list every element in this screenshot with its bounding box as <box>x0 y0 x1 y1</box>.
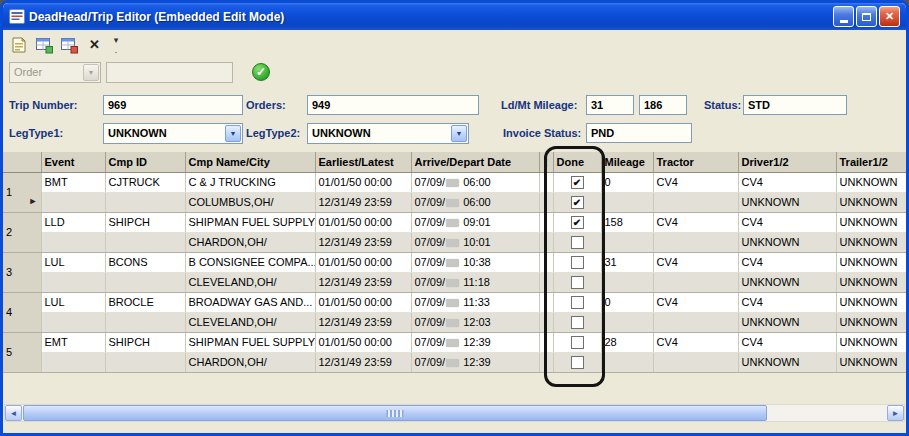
cell-depart-date[interactable]: 07/09/ 06:00 <box>411 192 539 212</box>
column-header-earliest-latest[interactable]: Earliest/Latest <box>315 152 411 172</box>
cell-cmp-id[interactable]: BROCLE <box>105 292 185 312</box>
delete-button[interactable]: ✕ <box>83 33 106 56</box>
scrollbar-thumb[interactable] <box>23 405 767 421</box>
done-checkbox[interactable] <box>571 356 584 369</box>
cell-trailer2[interactable]: UNKNOWN <box>836 352 906 372</box>
cell-arrive-date[interactable]: 07/09/ 10:38 <box>411 252 539 272</box>
cell-cmp-id-blank[interactable] <box>105 272 185 292</box>
cell-cmp-id[interactable]: SHIPCH <box>105 212 185 232</box>
column-header-row-selector[interactable] <box>3 152 41 172</box>
column-header-arrive-depart-date[interactable]: Arrive/Depart Date <box>411 152 539 172</box>
column-header--[interactable]: ! <box>539 152 553 172</box>
cell-trailer1[interactable]: UNKNOWN <box>836 212 906 232</box>
cell-driver1[interactable]: CV4 <box>738 252 836 272</box>
chevron-down-icon[interactable]: ▼ <box>225 125 241 142</box>
cell-tractor[interactable]: CV4 <box>653 332 738 352</box>
cell-flag[interactable] <box>539 292 553 312</box>
cell-trailer1[interactable]: UNKNOWN <box>836 252 906 272</box>
cell-cmp-city[interactable]: CHARDON,OH/ <box>185 232 315 252</box>
cell-mileage-blank[interactable] <box>601 232 653 252</box>
cell-mileage[interactable]: 31 <box>601 252 653 272</box>
row-header-4[interactable]: 4 <box>3 292 41 332</box>
cell-done-arrive[interactable]: ✔ <box>553 172 601 192</box>
row-header-2[interactable]: 2 <box>3 212 41 252</box>
titlebar[interactable]: DeadHead/Trip Editor (Embedded Edit Mode… <box>3 3 906 30</box>
cell-tractor[interactable]: CV4 <box>653 212 738 232</box>
column-header-trailer1-2[interactable]: Trailer1/2 <box>836 152 906 172</box>
cell-flag-blank[interactable] <box>539 352 553 372</box>
cell-cmp-city[interactable]: CHARDON,OH/ <box>185 352 315 372</box>
cell-cmp-name[interactable]: SHIPMAN FUEL SUPPLY <box>185 212 315 232</box>
cell-driver1[interactable]: CV4 <box>738 172 836 192</box>
done-checkbox[interactable] <box>571 336 584 349</box>
cell-earliest[interactable]: 01/01/50 00:00 <box>315 292 411 312</box>
cell-cmp-id[interactable]: SHIPCH <box>105 332 185 352</box>
cell-event-blank[interactable] <box>41 352 105 372</box>
cell-cmp-city[interactable]: CLEVELAND,OH/ <box>185 272 315 292</box>
horizontal-scrollbar[interactable]: ◄ ► <box>4 404 905 422</box>
cell-flag[interactable] <box>539 212 553 232</box>
cell-event[interactable]: LLD <box>41 212 105 232</box>
row-header-5[interactable]: 5 <box>3 332 41 372</box>
cell-cmp-name[interactable]: C & J TRUCKING <box>185 172 315 192</box>
minimize-button[interactable] <box>833 6 854 27</box>
cell-latest[interactable]: 12/31/49 23:59 <box>315 192 411 212</box>
cell-cmp-id-blank[interactable] <box>105 352 185 372</box>
cell-trailer2[interactable]: UNKNOWN <box>836 232 906 252</box>
done-checkbox[interactable] <box>571 276 584 289</box>
cell-trailer1[interactable]: UNKNOWN <box>836 332 906 352</box>
orders-field[interactable]: 949 <box>307 95 479 115</box>
cell-cmp-id-blank[interactable] <box>105 232 185 252</box>
cell-done-depart[interactable] <box>553 352 601 372</box>
mt-mileage-field[interactable]: 186 <box>639 95 687 115</box>
cell-latest[interactable]: 12/31/49 23:59 <box>315 272 411 292</box>
cell-cmp-name[interactable]: B CONSIGNEE COMPA... <box>185 252 315 272</box>
column-header-event[interactable]: Event <box>41 152 105 172</box>
cell-mileage[interactable]: 28 <box>601 332 653 352</box>
cell-done-arrive[interactable] <box>553 332 601 352</box>
cell-driver2[interactable]: UNKNOWN <box>738 192 836 212</box>
cell-mileage-blank[interactable] <box>601 272 653 292</box>
cell-cmp-name[interactable]: SHIPMAN FUEL SUPPLY <box>185 332 315 352</box>
cell-depart-date[interactable]: 07/09/ 10:01 <box>411 232 539 252</box>
cell-depart-date[interactable]: 07/09/ 12:03 <box>411 312 539 332</box>
cell-driver2[interactable]: UNKNOWN <box>738 232 836 252</box>
validate-check-icon[interactable]: ✓ <box>252 63 270 81</box>
cell-tractor-blank[interactable] <box>653 232 738 252</box>
cell-tractor-blank[interactable] <box>653 192 738 212</box>
cell-driver1[interactable]: CV4 <box>738 332 836 352</box>
maximize-button[interactable] <box>856 6 877 27</box>
cell-earliest[interactable]: 01/01/50 00:00 <box>315 252 411 272</box>
cell-driver1[interactable]: CV4 <box>738 212 836 232</box>
row-header-3[interactable]: 3 <box>3 252 41 292</box>
cell-event[interactable]: BMT <box>41 172 105 192</box>
cell-trailer1[interactable]: UNKNOWN <box>836 172 906 192</box>
cell-done-arrive[interactable] <box>553 252 601 272</box>
cell-depart-date[interactable]: 07/09/ 11:18 <box>411 272 539 292</box>
cell-flag[interactable] <box>539 172 553 192</box>
toolbar-overflow-button[interactable]: ▾. <box>110 35 122 55</box>
cell-flag[interactable] <box>539 332 553 352</box>
cell-mileage-blank[interactable] <box>601 312 653 332</box>
cell-event-blank[interactable] <box>41 312 105 332</box>
cell-trailer2[interactable]: UNKNOWN <box>836 192 906 212</box>
chevron-down-icon[interactable]: ▼ <box>451 125 467 142</box>
cell-trailer2[interactable]: UNKNOWN <box>836 272 906 292</box>
cell-earliest[interactable]: 01/01/50 00:00 <box>315 332 411 352</box>
cell-tractor-blank[interactable] <box>653 272 738 292</box>
cell-flag-blank[interactable] <box>539 272 553 292</box>
order-number-input[interactable] <box>106 62 233 83</box>
cell-mileage-blank[interactable] <box>601 352 653 372</box>
column-header-done[interactable]: Done <box>553 152 601 172</box>
legtype2-combo[interactable]: UNKNOWN ▼ <box>307 123 469 144</box>
cell-latest[interactable]: 12/31/49 23:59 <box>315 352 411 372</box>
cell-event-blank[interactable] <box>41 272 105 292</box>
cell-arrive-date[interactable]: 07/09/ 12:39 <box>411 332 539 352</box>
done-checkbox[interactable] <box>571 236 584 249</box>
column-header-tractor[interactable]: Tractor <box>653 152 738 172</box>
status-field[interactable]: STD <box>743 95 847 115</box>
cell-mileage-blank[interactable] <box>601 192 653 212</box>
cell-done-depart[interactable] <box>553 232 601 252</box>
cell-driver2[interactable]: UNKNOWN <box>738 312 836 332</box>
column-header-cmp-id[interactable]: Cmp ID <box>105 152 185 172</box>
